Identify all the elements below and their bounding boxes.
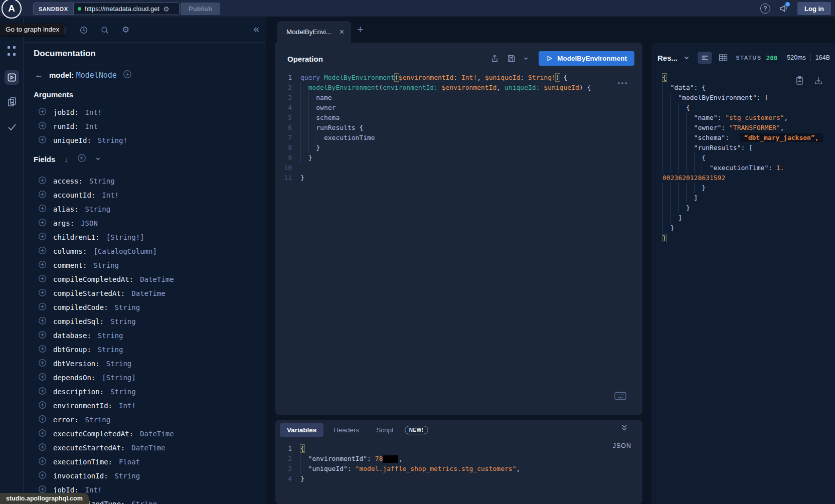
- argument-row[interactable]: jobId:Int!: [24, 105, 266, 119]
- field-row[interactable]: compiledSql:String: [24, 314, 266, 328]
- tab-script[interactable]: Script: [369, 423, 401, 437]
- field-row[interactable]: childrenL1:[String!]: [24, 230, 266, 244]
- add-to-query-icon[interactable]: [38, 190, 47, 201]
- add-to-query-icon[interactable]: [38, 121, 47, 132]
- add-to-query-icon[interactable]: [38, 288, 47, 299]
- save-chevron-icon[interactable]: [523, 56, 529, 61]
- field-row[interactable]: comment:String: [24, 258, 266, 272]
- field-type[interactable]: [String]: [102, 374, 135, 382]
- code-line[interactable]: 3name: [275, 93, 642, 103]
- graph-index-icon[interactable]: [8, 46, 17, 59]
- field-type[interactable]: String: [110, 317, 136, 325]
- code-line[interactable]: 8}: [275, 143, 642, 153]
- code-line[interactable]: }: [662, 233, 835, 243]
- field-row[interactable]: dbtGroup:String: [24, 343, 266, 357]
- back-arrow-icon[interactable]: ←: [35, 70, 43, 80]
- settings-gear-icon[interactable]: ⚙: [122, 26, 129, 34]
- login-button[interactable]: Log in: [797, 2, 831, 15]
- field-row[interactable]: description:String: [24, 385, 266, 399]
- field-type[interactable]: String: [115, 472, 140, 480]
- keyboard-shortcuts-icon[interactable]: [614, 392, 626, 402]
- add-to-query-icon[interactable]: [38, 401, 47, 411]
- add-to-query-icon[interactable]: [38, 218, 47, 229]
- code-line[interactable]: 5schema: [275, 113, 642, 123]
- collapse-variables-icon[interactable]: [620, 424, 628, 434]
- tab-headers[interactable]: Headers: [326, 423, 366, 437]
- add-fields-icon[interactable]: [77, 153, 86, 164]
- field-row[interactable]: alias:String: [24, 202, 266, 216]
- add-to-query-icon[interactable]: [38, 204, 47, 215]
- code-line[interactable]: ]: [662, 213, 835, 223]
- explorer-icon[interactable]: [5, 70, 19, 85]
- argument-row[interactable]: uniqueId:String!: [24, 133, 266, 147]
- field-type[interactable]: String: [106, 360, 132, 368]
- help-icon[interactable]: ?: [760, 4, 770, 14]
- code-line[interactable]: }: [662, 183, 835, 193]
- field-type[interactable]: String: [85, 205, 111, 213]
- endpoint-settings-gear-icon[interactable]: ⚙: [163, 6, 170, 13]
- field-type[interactable]: String: [110, 388, 136, 396]
- field-type[interactable]: [String!]: [106, 233, 144, 241]
- new-tab-icon[interactable]: +: [357, 24, 364, 35]
- field-type[interactable]: Int!: [85, 486, 102, 494]
- code-line[interactable]: 4owner: [275, 103, 642, 113]
- code-line[interactable]: ]: [662, 193, 835, 203]
- close-tab-icon[interactable]: ×: [340, 28, 344, 36]
- field-row[interactable]: error:String: [24, 413, 266, 427]
- field-row[interactable]: invocationId:String: [24, 469, 266, 483]
- search-icon[interactable]: [100, 26, 109, 37]
- field-row[interactable]: dbtVersion:String: [24, 357, 266, 371]
- add-to-query-icon[interactable]: [38, 415, 47, 425]
- add-to-query-icon[interactable]: [38, 135, 47, 146]
- add-to-query-icon[interactable]: [38, 373, 47, 383]
- schema-pages-icon[interactable]: [0, 96, 24, 107]
- field-type[interactable]: Int!: [119, 402, 136, 410]
- add-to-query-icon[interactable]: [38, 316, 47, 327]
- code-line[interactable]: 1{: [275, 444, 642, 454]
- checks-icon[interactable]: [0, 121, 24, 132]
- field-type[interactable]: JSON: [81, 219, 98, 227]
- field-row[interactable]: compiledCode:String: [24, 300, 266, 314]
- code-line[interactable]: 2"environmentId": 78,: [275, 454, 642, 464]
- code-line[interactable]: "owner": "TRANSFORMER",: [662, 123, 835, 133]
- operation-tab[interactable]: ModelByEnvi... ×: [277, 21, 351, 43]
- field-type[interactable]: String: [85, 416, 111, 424]
- run-operation-button[interactable]: ModelByEnvironment: [539, 51, 634, 66]
- field-row[interactable]: compileCompletedAt:DateTime: [24, 272, 266, 286]
- field-row[interactable]: executeStartedAt:DateTime: [24, 441, 266, 455]
- code-line[interactable]: "modelByEnvironment": [: [662, 93, 835, 103]
- add-to-query-icon[interactable]: [38, 443, 47, 453]
- add-to-query-icon[interactable]: [38, 246, 47, 257]
- download-response-icon[interactable]: [814, 76, 823, 87]
- field-type[interactable]: Int!: [85, 108, 102, 116]
- add-to-query-icon[interactable]: [38, 330, 47, 341]
- operation-editor[interactable]: 1query ModelByEnvironment($environmentId…: [275, 73, 642, 183]
- code-line[interactable]: }: [662, 203, 835, 213]
- save-operation-icon[interactable]: [507, 54, 516, 63]
- add-to-query-icon[interactable]: [38, 457, 47, 467]
- field-type[interactable]: DateTime: [140, 275, 174, 283]
- field-type[interactable]: Int: [85, 122, 98, 130]
- field-type[interactable]: DateTime: [131, 289, 165, 297]
- share-operation-icon[interactable]: [490, 54, 499, 63]
- code-line[interactable]: 7executionTime: [275, 133, 642, 143]
- add-to-query-icon[interactable]: [38, 345, 47, 355]
- field-row[interactable]: executionTime:Float: [24, 455, 266, 469]
- copy-response-icon[interactable]: [795, 76, 804, 87]
- field-row[interactable]: args:JSON: [24, 216, 266, 230]
- add-to-query-icon[interactable]: [38, 274, 47, 285]
- sort-fields-icon[interactable]: ↓: [64, 155, 68, 163]
- response-table-view-icon[interactable]: [719, 54, 728, 62]
- field-type[interactable]: DateTime: [140, 430, 174, 438]
- code-line[interactable]: 0023620128631592: [662, 173, 835, 183]
- code-line[interactable]: 11}: [275, 173, 642, 183]
- code-line[interactable]: 10: [275, 163, 642, 173]
- code-line[interactable]: 1query ModelByEnvironment($environmentId…: [275, 73, 642, 83]
- add-to-query-icon[interactable]: [38, 107, 47, 118]
- add-to-query-icon[interactable]: [38, 176, 47, 187]
- response-chevron-icon[interactable]: [684, 55, 690, 61]
- code-line[interactable]: 3"uniqueId": "model.jaffle_shop_metrics.…: [275, 464, 642, 474]
- add-to-query-icon[interactable]: [38, 232, 47, 243]
- publish-button[interactable]: Publish: [181, 3, 220, 15]
- field-row[interactable]: columns:[CatalogColumn]: [24, 244, 266, 258]
